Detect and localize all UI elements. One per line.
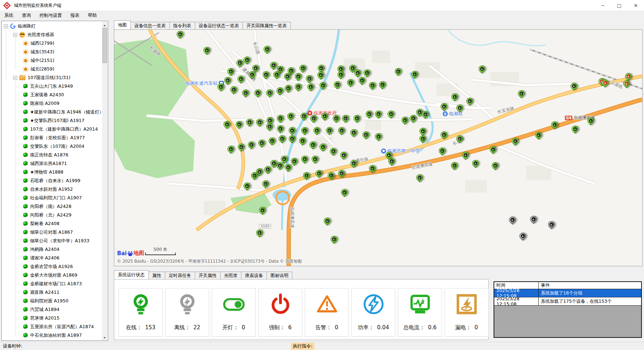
event-table-header-event[interactable]: 事件: [539, 282, 641, 288]
map-pin-online[interactable]: +: [332, 115, 340, 124]
map-pin-online[interactable]: +: [288, 135, 295, 145]
map-pin-online[interactable]: +: [230, 86, 237, 96]
map-pin-online[interactable]: +: [327, 172, 335, 181]
map-pin-online[interactable]: +: [270, 160, 277, 169]
tree-node[interactable]: 鸿鹤路 A2404: [3, 245, 102, 254]
tree-node[interactable]: 汽贸城 A1894: [3, 305, 102, 314]
scroll-up-icon[interactable]: [102, 21, 107, 27]
map-pin-online[interactable]: +: [277, 115, 284, 124]
map-pin-online[interactable]: +: [259, 207, 266, 216]
map-pin-online[interactable]: +: [535, 132, 542, 141]
map-pin-online[interactable]: +: [277, 125, 284, 135]
map-pin-online[interactable]: +: [369, 165, 376, 174]
map-pin-online[interactable]: +: [319, 82, 326, 91]
tree-node[interactable]: 王家珑巷 A2430: [3, 91, 102, 99]
map-pin-online[interactable]: +: [317, 72, 324, 81]
tree-node[interactable]: ★博物馆 A1888: [3, 168, 102, 176]
map-pin-offline[interactable]: +: [530, 216, 537, 225]
map-pin-online[interactable]: +: [341, 189, 348, 198]
map-pin-offline[interactable]: +: [519, 233, 526, 242]
tree-expander-icon[interactable]: [4, 24, 8, 28]
maximize-button[interactable]: □: [611, 0, 628, 11]
tree-node[interactable]: 107北（建新中路路口西）A2014: [3, 125, 102, 133]
tree-node[interactable]: 交警队东（107南）A2004: [3, 142, 102, 151]
map-pin-online[interactable]: +: [303, 172, 310, 181]
tree-node[interactable]: 光照度传感器: [3, 30, 102, 39]
map-pin-online[interactable]: +: [353, 115, 360, 124]
map-pin-online[interactable]: +: [338, 127, 345, 136]
tree-node[interactable]: 临湘路灯: [3, 22, 102, 30]
map-pin-online[interactable]: +: [472, 160, 479, 169]
map-pin-online[interactable]: +: [263, 46, 270, 55]
map-pin-online[interactable]: +: [237, 76, 244, 85]
map-pin-online[interactable]: +: [358, 77, 365, 86]
tree-expander-icon[interactable]: [13, 76, 17, 80]
tree-node[interactable]: 向阳桥（南）A2428: [3, 202, 102, 211]
map-pin-online[interactable]: +: [347, 79, 354, 88]
tree-node[interactable]: 城东(3543): [3, 48, 102, 56]
map-pin-online[interactable]: +: [330, 236, 337, 245]
map-pin-online[interactable]: +: [369, 82, 376, 91]
tree-node[interactable]: 社会福利院大门口 A1907: [3, 194, 102, 202]
map-pin-online[interactable]: +: [489, 146, 496, 155]
map-tab[interactable]: 指令列表: [169, 22, 195, 29]
tree-scrollbar[interactable]: [102, 21, 107, 340]
scrollbar-thumb[interactable]: [102, 28, 107, 63]
map-tab[interactable]: 设备运行状态一览表: [195, 22, 243, 29]
map-pin-online[interactable]: +: [276, 87, 283, 97]
map-pin-online[interactable]: +: [227, 68, 234, 77]
tree-expander-icon[interactable]: [13, 33, 17, 37]
map-pin-online[interactable]: +: [462, 152, 469, 161]
map-pin-online[interactable]: +: [235, 121, 242, 130]
map-pin-online[interactable]: +: [438, 147, 446, 157]
tree-node[interactable]: 芭茅塘 A2015: [3, 314, 102, 322]
map-pin-online[interactable]: +: [273, 71, 280, 81]
map-pin-online[interactable]: +: [340, 152, 347, 161]
map-pin-online[interactable]: +: [284, 73, 291, 82]
menu-item[interactable]: 报表: [66, 13, 84, 19]
map-pin-online[interactable]: +: [284, 85, 292, 94]
tree-node[interactable]: 烟草公司（求知中学）A1933: [3, 237, 102, 245]
map-pin-alarm[interactable]: +: [601, 79, 609, 89]
tree-node[interactable]: 南正街转盘 A1876: [3, 151, 102, 159]
map-pin-online[interactable]: +: [278, 135, 285, 145]
tree-node[interactable]: 金桥农贸市场 A1926: [3, 262, 102, 271]
map-pin-online[interactable]: +: [287, 113, 294, 122]
map-pin-online[interactable]: +: [307, 83, 314, 93]
map-pin-online[interactable]: +: [256, 229, 263, 239]
map-pin-online[interactable]: +: [299, 137, 306, 147]
tree-node[interactable]: 城中(2151): [3, 56, 102, 65]
menu-item[interactable]: 系统: [0, 13, 18, 19]
map-pin-online[interactable]: +: [385, 152, 392, 161]
map-pin-online[interactable]: +: [401, 117, 408, 126]
map-pin-online[interactable]: +: [268, 137, 275, 147]
map-pin-online[interactable]: +: [313, 127, 320, 136]
map-pin-online[interactable]: +: [466, 98, 473, 107]
map-pin-online[interactable]: +: [422, 111, 429, 120]
map-pin-online[interactable]: +: [262, 71, 269, 81]
map-pin-online[interactable]: +: [242, 89, 249, 99]
close-button[interactable]: ✕: [628, 0, 644, 11]
map-pin-online[interactable]: +: [409, 115, 417, 124]
map-pin-online[interactable]: +: [217, 83, 224, 93]
tree-node[interactable]: 福利院对面 A1950: [3, 297, 102, 305]
map-pin-online[interactable]: +: [224, 77, 231, 86]
map-pin-online[interactable]: +: [451, 162, 458, 171]
map-pin-online[interactable]: +: [416, 174, 423, 184]
map-pin-online[interactable]: +: [491, 162, 499, 171]
map-pin-online[interactable]: +: [262, 180, 269, 190]
menu-item[interactable]: 帮助: [84, 13, 101, 19]
map-pin-online[interactable]: +: [270, 62, 277, 71]
map-pin-online[interactable]: +: [258, 140, 265, 149]
tree-node[interactable]: 城北(2859): [3, 65, 102, 73]
map-pin-online[interactable]: +: [379, 81, 386, 91]
event-table-row[interactable]: 2025/3/28 12:15:08系统加载了175个设备，在线153个: [494, 297, 641, 306]
map-pin-alarm[interactable]: +: [623, 80, 630, 89]
map-pin-online[interactable]: +: [350, 129, 357, 138]
map-pin-online[interactable]: +: [330, 148, 337, 157]
map-pin-online[interactable]: +: [223, 121, 230, 130]
map-pin-online[interactable]: +: [300, 113, 307, 122]
map-pin-online[interactable]: +: [511, 138, 519, 147]
map-pin-online[interactable]: +: [301, 127, 308, 136]
map-pin-online[interactable]: +: [326, 127, 333, 136]
